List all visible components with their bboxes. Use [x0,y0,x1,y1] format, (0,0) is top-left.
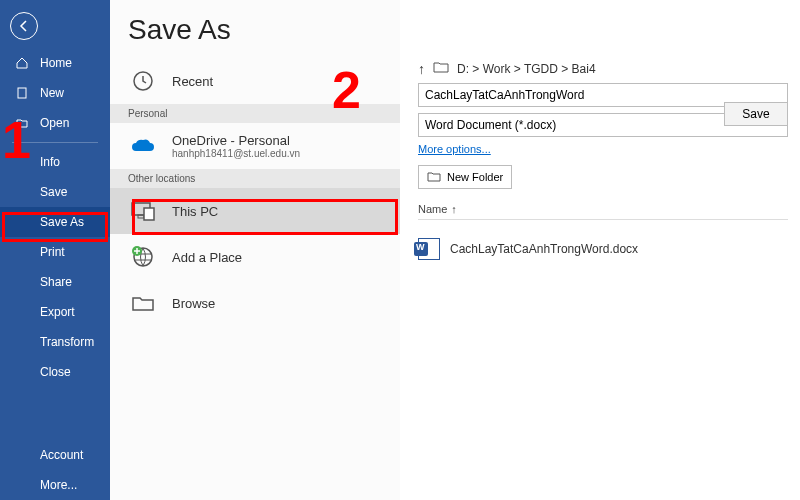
sidebar-divider [12,142,98,143]
back-button[interactable] [10,12,38,40]
more-options-link[interactable]: More options... [418,143,788,155]
new-icon [14,85,30,101]
sidebar-label: Save [40,185,67,199]
page-title: Save As [110,0,400,58]
sidebar-label: Info [40,155,60,169]
location-this-pc[interactable]: This PC [110,188,400,234]
location-label: Add a Place [172,250,242,265]
sidebar-label: More... [40,478,77,492]
sidebar-item-save-as[interactable]: Save As [0,207,110,237]
svg-rect-7 [138,215,144,218]
location-label: This PC [172,204,218,219]
location-label: Browse [172,296,215,311]
sidebar-label: Open [40,116,69,130]
save-details-panel: ↑ D: > Work > TGDD > Bai4 Save More opti… [400,0,800,500]
sidebar-label: Share [40,275,72,289]
browse-icon [128,288,158,318]
folder-icon [433,60,449,77]
sidebar-item-info[interactable]: Info [0,147,110,177]
column-header-name[interactable]: Name↑ [418,203,788,215]
add-place-icon [128,242,158,272]
sidebar-label: Home [40,56,72,70]
arrow-left-icon [17,19,31,33]
location-onedrive[interactable]: OneDrive - Personalhanhph18411@st.uel.ed… [110,123,400,169]
backstage-sidebar: Home New Open Info Save Save As Print Sh… [0,0,110,500]
sidebar-item-print[interactable]: Print [0,237,110,267]
locations-header-personal: Personal [110,104,400,123]
sidebar-item-close[interactable]: Close [0,357,110,387]
location-add-place[interactable]: Add a Place [110,234,400,280]
new-folder-button[interactable]: New Folder [418,165,512,189]
breadcrumb-path[interactable]: D: > Work > TGDD > Bai4 [457,62,596,76]
sidebar-label: Account [40,448,83,462]
sidebar-label: Print [40,245,65,259]
sidebar-item-account[interactable]: Account [0,440,110,470]
new-folder-icon [427,170,441,184]
locations-header-other: Other locations [110,169,400,188]
up-arrow-icon[interactable]: ↑ [418,61,425,77]
sidebar-item-home[interactable]: Home [0,48,110,78]
word-doc-icon [418,238,440,260]
sidebar-item-open[interactable]: Open [0,108,110,138]
sidebar-label: Export [40,305,75,319]
locations-panel: Save As Recent Personal OneDrive - Perso… [110,0,400,500]
divider [418,219,788,220]
sidebar-item-share[interactable]: Share [0,267,110,297]
file-name: CachLayTatCaAnhTrongWord.docx [450,242,638,256]
sidebar-item-new[interactable]: New [0,78,110,108]
sidebar-label: New [40,86,64,100]
save-button[interactable]: Save [724,102,788,126]
sidebar-item-transform[interactable]: Transform [0,327,110,357]
open-icon [14,115,30,131]
sidebar-label: Close [40,365,71,379]
sidebar-item-more[interactable]: More... [0,470,110,500]
location-label: OneDrive - Personalhanhph18411@st.uel.ed… [172,133,300,159]
pc-icon [128,196,158,226]
file-list-item[interactable]: CachLayTatCaAnhTrongWord.docx [418,238,788,260]
onedrive-icon [128,131,158,161]
breadcrumb-row[interactable]: ↑ D: > Work > TGDD > Bai4 [418,60,788,77]
home-icon [14,55,30,71]
sidebar-label: Save As [40,215,84,229]
sidebar-label: Transform [40,335,94,349]
sidebar-item-export[interactable]: Export [0,297,110,327]
svg-rect-8 [144,208,154,220]
recent-icon [128,66,158,96]
svg-rect-4 [18,88,26,98]
sort-asc-icon: ↑ [451,203,457,215]
sidebar-item-save[interactable]: Save [0,177,110,207]
location-browse[interactable]: Browse [110,280,400,326]
location-label: Recent [172,74,213,89]
location-recent[interactable]: Recent [110,58,400,104]
